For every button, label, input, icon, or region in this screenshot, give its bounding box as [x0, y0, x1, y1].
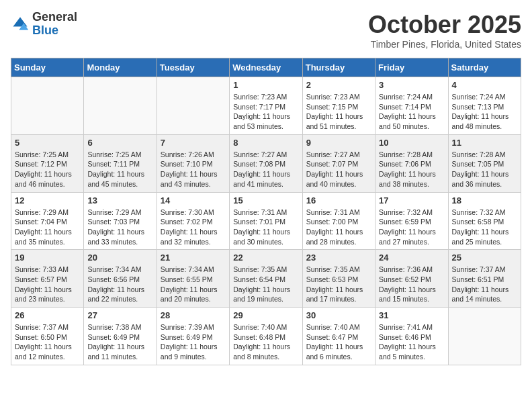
day-info: Sunrise: 7:38 AMSunset: 6:49 PMDaylight:…: [87, 322, 152, 362]
day-number: 24: [379, 253, 444, 263]
day-number: 6: [87, 138, 152, 148]
day-info: Sunrise: 7:23 AMSunset: 7:17 PMDaylight:…: [233, 92, 298, 132]
calendar-cell: 22Sunrise: 7:35 AMSunset: 6:54 PMDayligh…: [230, 250, 302, 308]
header-wednesday: Wednesday: [230, 58, 302, 77]
calendar-cell: 11Sunrise: 7:28 AMSunset: 7:05 PMDayligh…: [448, 134, 521, 192]
day-number: 28: [161, 310, 226, 320]
day-info: Sunrise: 7:24 AMSunset: 7:14 PMDaylight:…: [379, 92, 444, 132]
day-info: Sunrise: 7:31 AMSunset: 7:00 PMDaylight:…: [306, 208, 371, 247]
day-info: Sunrise: 7:23 AMSunset: 7:15 PMDaylight:…: [306, 92, 371, 132]
day-number: 25: [452, 253, 517, 263]
calendar-cell: [157, 77, 229, 135]
day-number: 27: [87, 310, 152, 320]
day-info: Sunrise: 7:27 AMSunset: 7:07 PMDaylight:…: [306, 150, 371, 189]
day-info: Sunrise: 7:34 AMSunset: 6:55 PMDaylight:…: [161, 265, 226, 304]
header-thursday: Thursday: [302, 58, 375, 77]
calendar-cell: 28Sunrise: 7:39 AMSunset: 6:49 PMDayligh…: [157, 308, 229, 365]
day-info: Sunrise: 7:29 AMSunset: 7:03 PMDaylight:…: [87, 208, 152, 247]
day-number: 16: [306, 195, 371, 205]
calendar-cell: 17Sunrise: 7:32 AMSunset: 6:59 PMDayligh…: [375, 192, 448, 250]
logo-blue-text: Blue: [32, 24, 77, 38]
calendar-cell: 3Sunrise: 7:24 AMSunset: 7:14 PMDaylight…: [375, 77, 448, 135]
header-friday: Friday: [375, 58, 448, 77]
calendar-cell: 8Sunrise: 7:27 AMSunset: 7:08 PMDaylight…: [230, 134, 302, 192]
calendar-cell: 24Sunrise: 7:36 AMSunset: 6:52 PMDayligh…: [375, 250, 448, 308]
month-title: October 2025: [368, 11, 521, 39]
day-number: 1: [233, 80, 298, 90]
calendar-week-2: 12Sunrise: 7:29 AMSunset: 7:04 PMDayligh…: [11, 192, 521, 250]
day-info: Sunrise: 7:33 AMSunset: 6:57 PMDaylight:…: [15, 265, 80, 304]
calendar-cell: 13Sunrise: 7:29 AMSunset: 7:03 PMDayligh…: [84, 192, 157, 250]
day-info: Sunrise: 7:40 AMSunset: 6:47 PMDaylight:…: [306, 322, 371, 362]
calendar-cell: [84, 77, 157, 135]
day-info: Sunrise: 7:29 AMSunset: 7:04 PMDaylight:…: [15, 208, 80, 247]
logo-icon: [11, 15, 30, 34]
day-number: 14: [161, 195, 226, 205]
day-number: 19: [15, 253, 80, 263]
day-info: Sunrise: 7:41 AMSunset: 6:46 PMDaylight:…: [379, 322, 444, 362]
day-info: Sunrise: 7:24 AMSunset: 7:13 PMDaylight:…: [452, 92, 517, 132]
page-header: General Blue October 2025 Timber Pines, …: [11, 11, 521, 50]
calendar-cell: 25Sunrise: 7:37 AMSunset: 6:51 PMDayligh…: [448, 250, 521, 308]
day-info: Sunrise: 7:35 AMSunset: 6:53 PMDaylight:…: [306, 265, 371, 304]
day-number: 4: [452, 80, 517, 90]
calendar-cell: 15Sunrise: 7:31 AMSunset: 7:01 PMDayligh…: [230, 192, 302, 250]
calendar-cell: 5Sunrise: 7:25 AMSunset: 7:12 PMDaylight…: [11, 134, 84, 192]
calendar-week-4: 26Sunrise: 7:37 AMSunset: 6:50 PMDayligh…: [11, 308, 521, 365]
calendar-cell: 2Sunrise: 7:23 AMSunset: 7:15 PMDaylight…: [302, 77, 375, 135]
day-number: 26: [15, 310, 80, 320]
calendar-week-0: 1Sunrise: 7:23 AMSunset: 7:17 PMDaylight…: [11, 77, 521, 135]
day-number: 10: [379, 138, 444, 148]
calendar-cell: 26Sunrise: 7:37 AMSunset: 6:50 PMDayligh…: [11, 308, 84, 365]
day-number: 9: [306, 138, 371, 148]
day-info: Sunrise: 7:37 AMSunset: 6:51 PMDaylight:…: [452, 265, 517, 304]
calendar-cell: 23Sunrise: 7:35 AMSunset: 6:53 PMDayligh…: [302, 250, 375, 308]
day-number: 2: [306, 80, 371, 90]
day-number: 23: [306, 253, 371, 263]
day-info: Sunrise: 7:26 AMSunset: 7:10 PMDaylight:…: [161, 150, 226, 189]
day-number: 20: [87, 253, 152, 263]
calendar-cell: 6Sunrise: 7:25 AMSunset: 7:11 PMDaylight…: [84, 134, 157, 192]
day-info: Sunrise: 7:40 AMSunset: 6:48 PMDaylight:…: [233, 322, 298, 362]
day-number: 5: [15, 138, 80, 148]
calendar-cell: 30Sunrise: 7:40 AMSunset: 6:47 PMDayligh…: [302, 308, 375, 365]
day-number: 3: [379, 80, 444, 90]
logo-general-text: General: [32, 11, 77, 24]
calendar-cell: 9Sunrise: 7:27 AMSunset: 7:07 PMDaylight…: [302, 134, 375, 192]
logo: General Blue: [11, 11, 77, 38]
header-saturday: Saturday: [448, 58, 521, 77]
day-info: Sunrise: 7:27 AMSunset: 7:08 PMDaylight:…: [233, 150, 298, 189]
calendar-cell: 4Sunrise: 7:24 AMSunset: 7:13 PMDaylight…: [448, 77, 521, 135]
day-number: 31: [379, 310, 444, 320]
day-info: Sunrise: 7:28 AMSunset: 7:06 PMDaylight:…: [379, 150, 444, 189]
day-number: 13: [87, 195, 152, 205]
day-number: 15: [233, 195, 298, 205]
calendar-cell: 18Sunrise: 7:32 AMSunset: 6:58 PMDayligh…: [448, 192, 521, 250]
calendar-cell: 27Sunrise: 7:38 AMSunset: 6:49 PMDayligh…: [84, 308, 157, 365]
day-info: Sunrise: 7:32 AMSunset: 6:59 PMDaylight:…: [379, 208, 444, 247]
header-tuesday: Tuesday: [157, 58, 229, 77]
location-text: Timber Pines, Florida, United States: [368, 39, 521, 50]
day-info: Sunrise: 7:37 AMSunset: 6:50 PMDaylight:…: [15, 322, 80, 362]
title-block: October 2025 Timber Pines, Florida, Unit…: [368, 11, 521, 50]
calendar-header-row: SundayMondayTuesdayWednesdayThursdayFrid…: [11, 58, 521, 77]
calendar-cell: 14Sunrise: 7:30 AMSunset: 7:02 PMDayligh…: [157, 192, 229, 250]
calendar-cell: [11, 77, 84, 135]
calendar-cell: 7Sunrise: 7:26 AMSunset: 7:10 PMDaylight…: [157, 134, 229, 192]
calendar-week-1: 5Sunrise: 7:25 AMSunset: 7:12 PMDaylight…: [11, 134, 521, 192]
day-number: 17: [379, 195, 444, 205]
calendar-cell: 10Sunrise: 7:28 AMSunset: 7:06 PMDayligh…: [375, 134, 448, 192]
calendar-cell: 21Sunrise: 7:34 AMSunset: 6:55 PMDayligh…: [157, 250, 229, 308]
day-number: 11: [452, 138, 517, 148]
day-info: Sunrise: 7:31 AMSunset: 7:01 PMDaylight:…: [233, 208, 298, 247]
calendar-cell: 20Sunrise: 7:34 AMSunset: 6:56 PMDayligh…: [84, 250, 157, 308]
day-info: Sunrise: 7:39 AMSunset: 6:49 PMDaylight:…: [161, 322, 226, 362]
header-sunday: Sunday: [11, 58, 84, 77]
calendar-cell: 31Sunrise: 7:41 AMSunset: 6:46 PMDayligh…: [375, 308, 448, 365]
day-info: Sunrise: 7:36 AMSunset: 6:52 PMDaylight:…: [379, 265, 444, 304]
day-info: Sunrise: 7:35 AMSunset: 6:54 PMDaylight:…: [233, 265, 298, 304]
header-monday: Monday: [84, 58, 157, 77]
logo-text: General Blue: [32, 11, 77, 38]
day-number: 12: [15, 195, 80, 205]
day-info: Sunrise: 7:25 AMSunset: 7:12 PMDaylight:…: [15, 150, 80, 189]
